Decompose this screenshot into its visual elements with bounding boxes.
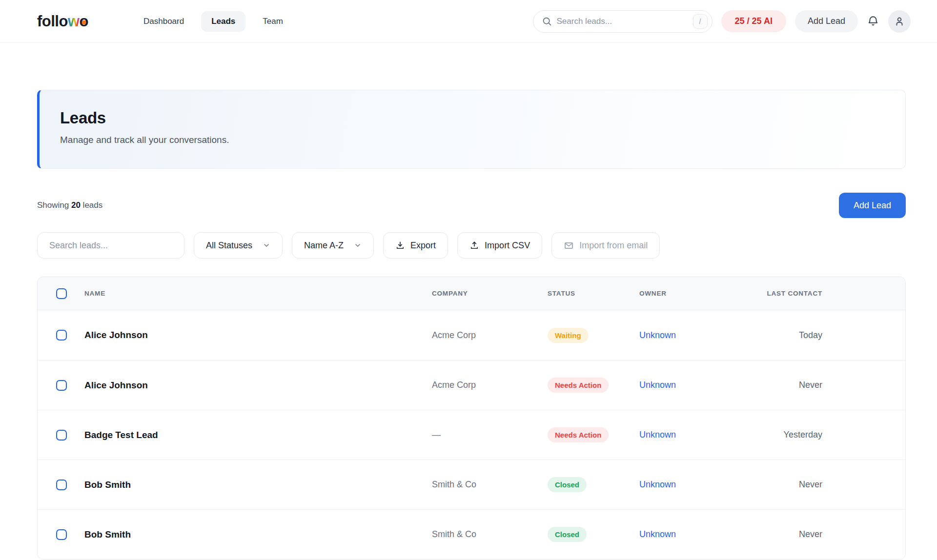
lead-owner-link[interactable]: Unknown [639, 330, 676, 340]
chevron-down-icon [263, 241, 270, 249]
lead-company: Acme Corp [432, 330, 548, 340]
export-label: Export [410, 240, 436, 251]
page-title: Leads [60, 109, 885, 127]
lead-company: Smith & Co [432, 529, 548, 540]
column-header-company: COMPANY [432, 290, 548, 297]
lead-name: Bob Smith [84, 480, 432, 490]
import-from-email-button[interactable]: Import from email [551, 232, 660, 259]
table-row[interactable]: Bob Smith Smith & Co Closed Unknown Neve… [38, 509, 905, 559]
table-row[interactable]: Bob Smith Smith & Co Closed Unknown Neve… [38, 460, 905, 509]
leads-search-input[interactable] [37, 232, 184, 259]
column-header-owner: OWNER [639, 290, 732, 297]
column-header-status: STATUS [548, 290, 639, 297]
notifications-button[interactable] [867, 15, 879, 28]
add-lead-button[interactable]: Add Lead [839, 193, 906, 218]
nav-item-leads[interactable]: Leads [201, 11, 245, 32]
table-row[interactable]: Alice Johnson Acme Corp Waiting Unknown … [38, 310, 905, 360]
list-toolbar: Showing 20 leads Add Lead [37, 193, 906, 218]
lead-owner-link[interactable]: Unknown [639, 380, 676, 390]
lead-last-contact: Yesterday [732, 430, 822, 440]
user-avatar[interactable] [888, 10, 911, 33]
top-navbar: followo Dashboard Leads Team / 25 / 25 A… [0, 0, 937, 43]
filter-bar: All Statuses Name A-Z Export Import CSV [37, 232, 906, 259]
export-button[interactable]: Export [383, 232, 448, 259]
lead-last-contact: Never [732, 380, 822, 390]
lead-last-contact: Never [732, 480, 822, 490]
row-checkbox[interactable] [56, 430, 67, 440]
table-body: Alice Johnson Acme Corp Waiting Unknown … [38, 310, 905, 559]
leads-table: NAME COMPANY STATUS OWNER LAST CONTACT A… [37, 277, 906, 560]
bell-icon [867, 15, 879, 28]
results-count-number: 20 [71, 200, 81, 210]
global-search[interactable]: / [533, 10, 713, 33]
main-nav: Dashboard Leads Team [133, 11, 293, 32]
status-filter-label: All Statuses [206, 240, 252, 251]
lead-owner-link[interactable]: Unknown [639, 480, 676, 489]
upload-icon [469, 240, 479, 250]
user-icon [894, 16, 905, 27]
lead-company: Acme Corp [432, 380, 548, 390]
global-search-input[interactable] [557, 17, 688, 26]
table-row[interactable]: Alice Johnson Acme Corp Needs Action Unk… [38, 360, 905, 410]
search-icon [542, 16, 552, 26]
lead-name: Alice Johnson [84, 380, 432, 391]
table-header-row: NAME COMPANY STATUS OWNER LAST CONTACT [38, 277, 905, 310]
column-header-name: NAME [84, 290, 432, 297]
nav-item-dashboard[interactable]: Dashboard [133, 11, 194, 32]
lead-name: Alice Johnson [84, 330, 432, 340]
lead-last-contact: Today [732, 330, 822, 340]
row-checkbox[interactable] [56, 330, 67, 340]
lead-company: — [432, 430, 548, 440]
lead-owner-link[interactable]: Unknown [639, 529, 676, 539]
status-badge: Needs Action [548, 427, 609, 442]
row-checkbox[interactable] [56, 529, 67, 540]
status-filter-dropdown[interactable]: All Statuses [194, 232, 283, 259]
results-count: Showing 20 leads [37, 200, 102, 210]
page-subtitle: Manage and track all your conversations. [60, 135, 885, 145]
status-badge: Closed [548, 477, 587, 492]
chevron-down-icon [354, 241, 362, 249]
search-shortcut-kbd: / [693, 14, 708, 29]
column-header-last-contact: LAST CONTACT [732, 290, 822, 297]
import-csv-label: Import CSV [485, 240, 530, 251]
logo-text-dot: o [80, 13, 88, 30]
lead-owner-link[interactable]: Unknown [639, 430, 676, 440]
page-header-card: Leads Manage and track all your conversa… [37, 90, 906, 169]
ai-credits-badge: 25 / 25 AI [721, 10, 786, 32]
logo-text: follo [37, 13, 68, 30]
row-checkbox[interactable] [56, 480, 67, 490]
mail-icon [564, 240, 574, 251]
logo-text-gradient: w [68, 13, 80, 30]
table-row[interactable]: Badge Test Lead — Needs Action Unknown Y… [38, 410, 905, 460]
status-badge: Needs Action [548, 378, 609, 393]
download-icon [395, 240, 405, 250]
status-badge: Closed [548, 527, 587, 542]
status-badge: Waiting [548, 328, 589, 343]
sort-dropdown[interactable]: Name A-Z [292, 232, 374, 259]
select-all-checkbox[interactable] [56, 288, 67, 299]
lead-last-contact: Never [732, 529, 822, 540]
row-checkbox[interactable] [56, 380, 67, 391]
import-from-email-label: Import from email [579, 240, 648, 251]
import-csv-button[interactable]: Import CSV [457, 232, 542, 259]
nav-add-lead-button[interactable]: Add Lead [795, 10, 858, 32]
navbar-right: / 25 / 25 AI Add Lead [533, 10, 911, 33]
sort-label: Name A-Z [304, 240, 344, 251]
lead-name: Badge Test Lead [84, 430, 432, 440]
lead-name: Bob Smith [84, 529, 432, 540]
lead-company: Smith & Co [432, 480, 548, 490]
nav-item-team[interactable]: Team [252, 11, 293, 32]
app-logo[interactable]: followo [37, 13, 88, 30]
